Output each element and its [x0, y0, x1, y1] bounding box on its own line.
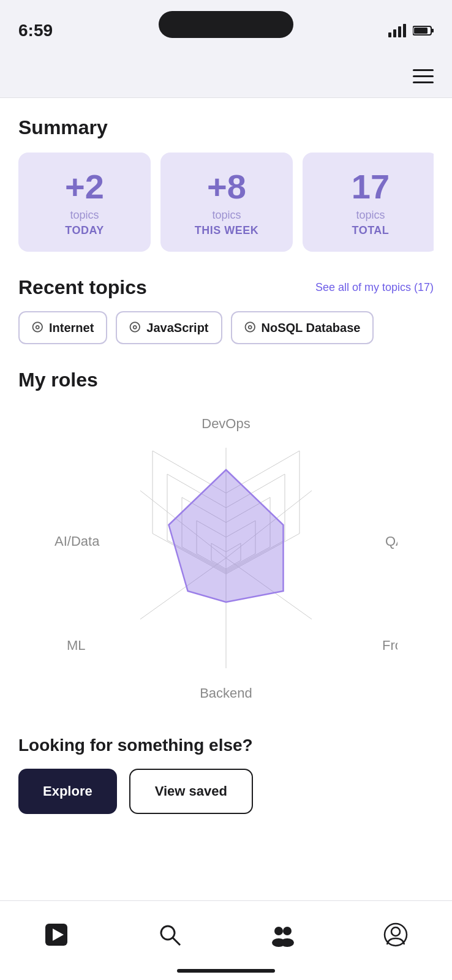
nav-item-search[interactable]	[154, 919, 185, 950]
axis-qa: QA	[385, 533, 397, 549]
svg-rect-2	[398, 26, 401, 37]
recent-topics-section: Recent topics See all of my topics (17) …	[18, 276, 434, 344]
svg-rect-3	[403, 24, 406, 37]
topic-chip-label: JavaScript	[146, 321, 208, 335]
topic-chip-javascript[interactable]: ⦾ JavaScript	[116, 311, 222, 344]
view-saved-button[interactable]: View saved	[129, 769, 253, 814]
axis-devops: DevOps	[202, 416, 250, 431]
axis-aidata: AI/Data	[55, 533, 100, 549]
radar-data-polygon	[169, 470, 284, 602]
summary-cards: +2 topics TODAY +8 topics THIS WEEK 17 t…	[18, 153, 434, 252]
search-icon	[154, 919, 185, 950]
main-content: Summary +2 topics TODAY +8 topics THIS W…	[0, 98, 452, 900]
svg-rect-0	[388, 32, 391, 37]
topics-chips: ⦾ Internet ⦾ JavaScript ⦾ NoSQL Database	[18, 311, 434, 344]
hamburger-line	[413, 75, 434, 77]
card-period-week: THIS WEEK	[173, 224, 281, 237]
topic-chip-nosql[interactable]: ⦾ NoSQL Database	[231, 311, 374, 344]
card-number-today: +2	[31, 170, 138, 204]
card-label-week: topics	[173, 209, 281, 222]
card-period-today: TODAY	[31, 224, 138, 237]
status-bar: 6:59	[0, 0, 452, 55]
nav-item-profile[interactable]	[380, 919, 411, 950]
svg-point-27	[391, 927, 400, 936]
nav-bar	[0, 55, 452, 98]
signal-icon	[388, 24, 407, 37]
explore-button[interactable]: Explore	[18, 769, 117, 814]
explore-title: Looking for something else?	[18, 736, 434, 755]
battery-icon	[413, 25, 434, 36]
recent-topics-title: Recent topics	[18, 276, 147, 299]
hamburger-line	[413, 69, 434, 71]
dynamic-island	[159, 11, 293, 38]
tag-icon: ⦾	[32, 320, 43, 336]
hamburger-line	[413, 81, 434, 83]
card-period-total: TOTAL	[315, 224, 426, 237]
nav-item-play[interactable]	[41, 919, 72, 950]
card-label-today: topics	[31, 209, 138, 222]
svg-rect-1	[393, 29, 396, 37]
nav-item-community[interactable]	[267, 919, 298, 950]
topic-chip-internet[interactable]: ⦾ Internet	[18, 311, 107, 344]
svg-point-25	[281, 938, 294, 947]
summary-card-week: +8 topics THIS WEEK	[160, 153, 293, 252]
axis-ml: ML	[67, 638, 86, 653]
my-roles-section: My roles DevOps QA Frontend Backend ML A…	[18, 369, 434, 711]
summary-card-total: 17 topics TOTAL	[303, 153, 434, 252]
radar-container: DevOps QA Frontend Backend ML AI/Data	[18, 405, 434, 711]
card-number-total: 17	[315, 170, 426, 204]
see-all-link[interactable]: See all of my topics (17)	[315, 281, 434, 294]
summary-title: Summary	[18, 116, 434, 139]
topic-chip-label: NoSQL Database	[262, 321, 361, 335]
card-number-week: +8	[173, 170, 281, 204]
profile-icon	[380, 919, 411, 950]
svg-rect-6	[431, 29, 434, 32]
explore-section: Looking for something else? Explore View…	[18, 736, 434, 814]
tag-icon: ⦾	[129, 320, 140, 336]
status-icons	[388, 24, 434, 37]
topic-chip-label: Internet	[49, 321, 94, 335]
status-time: 6:59	[18, 21, 53, 40]
my-roles-title: My roles	[18, 369, 434, 391]
svg-rect-5	[414, 28, 428, 34]
hamburger-menu[interactable]	[413, 69, 434, 83]
summary-section: Summary +2 topics TODAY +8 topics THIS W…	[18, 116, 434, 252]
play-icon	[41, 919, 72, 950]
bottom-nav	[0, 900, 452, 980]
people-icon	[267, 919, 298, 950]
card-label-total: topics	[315, 209, 426, 222]
tag-icon: ⦾	[244, 320, 255, 336]
summary-card-today: +2 topics TODAY	[18, 153, 151, 252]
explore-buttons: Explore View saved	[18, 769, 434, 814]
axis-frontend: Frontend	[382, 638, 397, 653]
svg-point-23	[283, 927, 292, 935]
svg-line-21	[173, 938, 180, 945]
svg-point-20	[161, 926, 175, 940]
svg-point-22	[274, 927, 283, 935]
radar-chart: DevOps QA Frontend Backend ML AI/Data	[55, 411, 397, 705]
recent-topics-header: Recent topics See all of my topics (17)	[18, 276, 434, 299]
home-indicator	[177, 969, 275, 973]
axis-backend: Backend	[200, 685, 252, 701]
